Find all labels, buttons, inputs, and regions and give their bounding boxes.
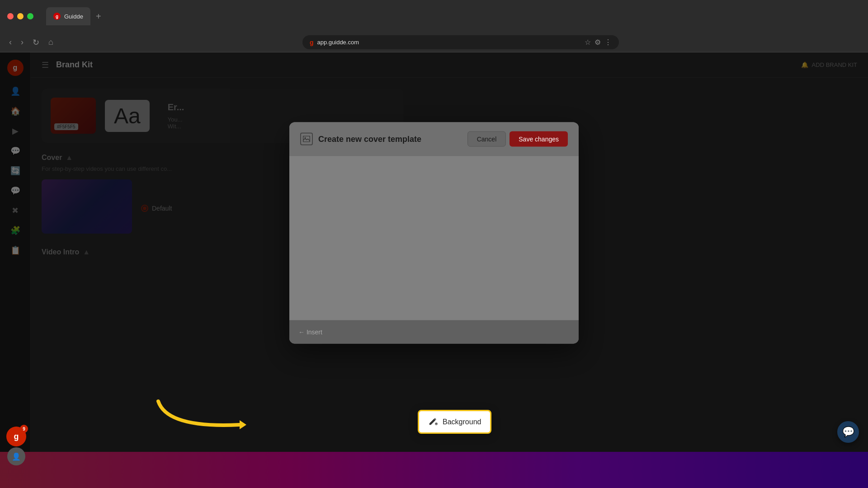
modal-header: Create new cover template Cancel Save ch… (289, 122, 579, 156)
chat-support-button[interactable]: 💬 (837, 421, 859, 443)
menu-icon[interactable]: ⋮ (604, 38, 612, 47)
minimize-button[interactable] (17, 13, 24, 19)
cancel-button[interactable]: Cancel (467, 131, 506, 147)
address-bar-icons: ☆ ⚙ ⋮ (585, 38, 612, 47)
forward-button[interactable]: › (19, 36, 25, 49)
new-tab-button[interactable]: + (92, 9, 105, 23)
modal-bottom-bar: ← Insert (289, 320, 579, 344)
modal-action-buttons: Cancel Save changes (467, 131, 568, 147)
maximize-button[interactable] (27, 13, 33, 19)
address-bar-row: ‹ › ↻ ⌂ g app.guidde.com ☆ ⚙ ⋮ (0, 33, 868, 52)
modal-image-icon (300, 133, 313, 145)
tab-bar: g Guidde + (46, 7, 105, 25)
guidde-avatar-bottom: g 9 (6, 427, 26, 446)
modal-body (289, 156, 579, 320)
close-button[interactable] (7, 13, 14, 19)
back-button[interactable]: ‹ (7, 36, 14, 49)
url-bar[interactable]: g app.guidde.com ☆ ⚙ ⋮ (302, 35, 619, 49)
browser-titlebar: g Guidde + (0, 0, 868, 33)
extension-icon[interactable]: ⚙ (594, 38, 601, 47)
arrow-annotation (149, 392, 258, 439)
background-button-label: Background (443, 418, 481, 426)
background-popup[interactable]: Background (418, 410, 491, 434)
notification-badge: 9 (20, 425, 28, 433)
tab-favicon: g (53, 13, 61, 20)
tab-title: Guidde (64, 13, 83, 20)
site-favicon: g (310, 39, 314, 46)
svg-point-3 (435, 422, 438, 425)
save-changes-button[interactable]: Save changes (509, 131, 568, 147)
url-text: app.guidde.com (317, 39, 359, 46)
home-button[interactable]: ⌂ (47, 36, 55, 49)
user-icon: 👤 (12, 452, 21, 461)
user-avatar-bottom[interactable]: 👤 (7, 447, 25, 465)
modal-title: Create new cover template (318, 134, 467, 144)
guidde-logo-bottom[interactable]: g 9 (6, 427, 26, 446)
insert-label[interactable]: ← Insert (298, 328, 322, 336)
window-controls (7, 13, 33, 19)
create-cover-template-modal: Create new cover template Cancel Save ch… (289, 122, 579, 344)
chat-icon: 💬 (842, 426, 854, 438)
background-paint-icon (428, 416, 438, 428)
svg-marker-2 (240, 420, 246, 429)
active-tab[interactable]: g Guidde (46, 7, 90, 25)
bookmark-icon[interactable]: ☆ (585, 38, 591, 47)
refresh-button[interactable]: ↻ (31, 36, 41, 49)
